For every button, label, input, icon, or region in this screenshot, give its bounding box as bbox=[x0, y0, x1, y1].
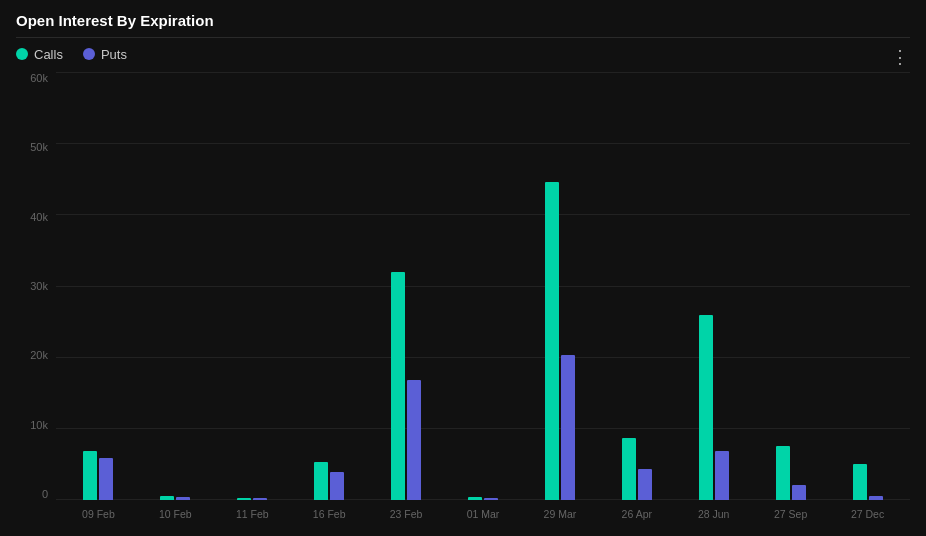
puts-label: Puts bbox=[101, 47, 127, 62]
call-bar bbox=[314, 462, 328, 500]
y-axis-label: 50k bbox=[16, 141, 48, 153]
put-bar bbox=[176, 497, 190, 500]
x-axis-label: 23 Feb bbox=[376, 508, 436, 520]
legend-and-menu: Calls Puts ⋮ bbox=[16, 46, 910, 68]
call-bar bbox=[622, 438, 636, 500]
chart-body: 010k20k30k40k50k60k 09 Feb10 Feb11 Feb16… bbox=[16, 72, 910, 524]
x-axis-label: 28 Jun bbox=[684, 508, 744, 520]
y-axis-label: 60k bbox=[16, 72, 48, 84]
put-bar bbox=[407, 380, 421, 500]
x-axis-label: 29 Mar bbox=[530, 508, 590, 520]
bar-group bbox=[237, 498, 267, 500]
y-axis: 010k20k30k40k50k60k bbox=[16, 72, 56, 524]
call-bar bbox=[237, 498, 251, 500]
y-axis-label: 30k bbox=[16, 280, 48, 292]
put-bar bbox=[715, 451, 729, 500]
x-axis-label: 10 Feb bbox=[145, 508, 205, 520]
bars bbox=[545, 182, 575, 500]
put-bar bbox=[638, 469, 652, 500]
bars bbox=[314, 462, 344, 500]
bar-group bbox=[83, 451, 113, 500]
bars bbox=[776, 446, 806, 500]
x-axis-label: 26 Apr bbox=[607, 508, 667, 520]
bar-group bbox=[622, 438, 652, 500]
bar-group bbox=[545, 182, 575, 500]
call-bar bbox=[468, 497, 482, 500]
put-bar bbox=[561, 355, 575, 500]
menu-button[interactable]: ⋮ bbox=[891, 46, 910, 68]
bar-group bbox=[314, 462, 344, 500]
x-axis-label: 01 Mar bbox=[453, 508, 513, 520]
put-bar bbox=[792, 485, 806, 500]
bars bbox=[83, 451, 113, 500]
call-bar bbox=[776, 446, 790, 500]
page-title: Open Interest By Expiration bbox=[16, 12, 214, 29]
y-axis-label: 40k bbox=[16, 211, 48, 223]
bars bbox=[468, 497, 498, 500]
bar-group bbox=[391, 272, 421, 500]
main-container: Open Interest By Expiration Calls Puts ⋮… bbox=[0, 0, 926, 536]
call-bar bbox=[853, 464, 867, 500]
call-bar bbox=[83, 451, 97, 500]
call-bar bbox=[391, 272, 405, 500]
x-axis-label: 27 Dec bbox=[838, 508, 898, 520]
x-axis-label: 11 Feb bbox=[222, 508, 282, 520]
bar-group bbox=[853, 464, 883, 500]
put-bar bbox=[99, 458, 113, 500]
bars bbox=[391, 272, 421, 500]
put-bar bbox=[484, 498, 498, 500]
bars bbox=[853, 464, 883, 500]
plot-area: 09 Feb10 Feb11 Feb16 Feb23 Feb01 Mar29 M… bbox=[56, 72, 910, 524]
put-bar bbox=[330, 472, 344, 500]
call-bar bbox=[699, 315, 713, 500]
y-axis-label: 10k bbox=[16, 419, 48, 431]
title-bar: Open Interest By Expiration bbox=[16, 12, 910, 38]
bars bbox=[622, 438, 652, 500]
calls-legend: Calls bbox=[16, 47, 63, 62]
x-labels: 09 Feb10 Feb11 Feb16 Feb23 Feb01 Mar29 M… bbox=[56, 500, 910, 524]
legend: Calls Puts bbox=[16, 47, 127, 62]
calls-dot bbox=[16, 48, 28, 60]
bar-group bbox=[160, 496, 190, 500]
bars-row bbox=[56, 72, 910, 500]
calls-label: Calls bbox=[34, 47, 63, 62]
put-bar bbox=[869, 496, 883, 500]
call-bar bbox=[545, 182, 559, 500]
y-axis-label: 20k bbox=[16, 349, 48, 361]
bar-group bbox=[468, 497, 498, 500]
x-axis-label: 16 Feb bbox=[299, 508, 359, 520]
bar-group bbox=[699, 315, 729, 500]
call-bar bbox=[160, 496, 174, 500]
y-axis-label: 0 bbox=[16, 488, 48, 500]
x-axis-label: 09 Feb bbox=[68, 508, 128, 520]
put-bar bbox=[253, 498, 267, 500]
bars bbox=[699, 315, 729, 500]
bars bbox=[237, 498, 267, 500]
puts-dot bbox=[83, 48, 95, 60]
x-axis-label: 27 Sep bbox=[761, 508, 821, 520]
puts-legend: Puts bbox=[83, 47, 127, 62]
bars bbox=[160, 496, 190, 500]
bar-group bbox=[776, 446, 806, 500]
